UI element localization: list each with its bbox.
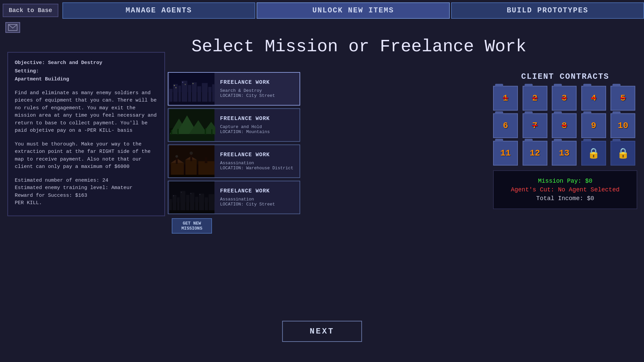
contract-folder-4[interactable]: 4 [581,86,606,111]
mission-info-2: FREELANCE WORK Capture and Hold LOCATION… [215,109,274,141]
training-level: Estimated enemy training level: Amateur [15,184,158,192]
folder-tab-5 [612,84,621,86]
contracts-title: CLIENT CONTRACTS [493,72,637,81]
svg-rect-56 [173,195,174,196]
envelope-svg [8,24,17,31]
svg-rect-6 [181,81,187,105]
mail-icon-container [5,22,20,33]
mission-type-1: FREELANCE WORK [220,79,275,85]
folder-tab-9 [583,111,591,114]
warehouse-thumb-svg [168,145,215,177]
lock-icon: 🔒 [587,147,600,160]
contract-folder-12[interactable]: 12 [523,141,547,166]
mission-thumb-1 [168,73,215,105]
folder-number-7: 7 [532,121,538,131]
contract-folder-2[interactable]: 2 [523,86,547,111]
contracts-grid: 12345678910111213🔒🔒 [493,86,637,166]
next-button[interactable]: NEXT [282,321,362,342]
svg-rect-13 [169,102,214,105]
payment-mission: Mission Pay: $0 [500,178,630,184]
mountains-thumb-svg [168,109,215,141]
contract-folder-3[interactable]: 3 [552,86,577,111]
mission-item-2[interactable]: FREELANCE WORK Capture and Hold LOCATION… [168,108,300,142]
mission-location-1: LOCATION: City Street [220,93,275,98]
svg-rect-16 [182,82,183,83]
svg-rect-39 [205,157,207,163]
folder-tab-3 [554,84,562,86]
svg-rect-57 [181,192,181,193]
svg-rect-8 [192,82,197,105]
contract-folder-1[interactable]: 1 [493,86,518,111]
objective-panel: Objective: Search and Destroy Setting: A… [7,52,165,216]
svg-rect-26 [171,130,172,134]
back-to-base-button[interactable]: Back to Base [3,4,58,17]
mission-location-3: LOCATION: Warehouse District [220,166,293,171]
mission-info-4: FREELANCE WORK Assassination LOCATION: C… [215,181,280,214]
svg-rect-48 [180,191,185,214]
svg-rect-59 [200,194,200,195]
svg-rect-10 [202,83,208,105]
folder-tab-7 [525,111,533,114]
mission-item-1[interactable]: FREELANCE WORK Search & Destroy LOCATION… [168,72,300,106]
contracts-panel: CLIENT CONTRACTS 12345678910111213🔒🔒 Mis… [493,72,637,209]
contract-folder-11[interactable]: 11 [493,141,518,166]
folder-tab-2 [525,84,533,86]
folder-tab-11 [495,139,503,141]
folder-number-6: 6 [503,121,508,131]
contract-folder-8[interactable]: 8 [552,113,577,138]
folder-tab-14 [583,139,591,141]
manage-agents-button[interactable]: MANAGE AGENTS [62,2,255,19]
mission-location-2: LOCATION: Mountains [220,129,270,134]
get-new-missions-button[interactable]: GET NEWMISSIONS [172,218,212,234]
payment-agent: Agent's Cut: No Agent Selected [500,186,630,193]
folder-tab-13 [554,139,562,141]
folder-number-12: 12 [530,148,540,158]
mission-item-3[interactable]: FREELANCE WORK Assassination LOCATION: W… [168,144,300,178]
svg-point-40 [175,155,178,158]
mission-type-3: FREELANCE WORK [220,152,293,158]
contract-folder-7[interactable]: 7 [523,113,547,138]
mission-item-4[interactable]: FREELANCE WORK Assassination LOCATION: C… [168,181,300,214]
contract-folder-9[interactable]: 9 [581,113,606,138]
mission-thumb-4 [168,181,215,214]
folder-number-10: 10 [618,121,628,131]
objective-body2: You must be thorough. Make your way to t… [15,141,158,171]
contract-folder-5[interactable]: 5 [610,86,635,111]
contract-folder-10[interactable]: 10 [610,113,635,138]
unlock-new-items-button[interactable]: UNLOCK NEW ITEMS [257,2,449,19]
contract-folder-6[interactable]: 6 [493,113,518,138]
contract-folder-15[interactable]: 🔒 [610,141,635,166]
mission-subtype-3: Assassination [220,161,293,166]
svg-rect-15 [175,87,176,88]
mission-type-4: FREELANCE WORK [220,188,275,194]
setting-label: Setting: [15,68,158,75]
reward: Reward for Success: $163 [15,192,158,200]
objective-stats: Estimated number of enemies: 24 Estimate… [15,177,158,207]
mission-list: FREELANCE WORK Search & Destroy LOCATION… [168,72,300,234]
folder-tab-10 [612,111,621,114]
city2-thumb-svg [168,181,215,214]
folder-number-5: 5 [621,93,626,103]
setting-value: Apartment Building [15,76,158,83]
svg-rect-29 [211,129,213,134]
folder-number-2: 2 [532,93,538,103]
mission-info-3: FREELANCE WORK Assassination LOCATION: W… [215,145,298,177]
svg-rect-27 [177,129,179,135]
mission-info-1: FREELANCE WORK Search & Destroy LOCATION… [215,73,280,105]
per-kill: PER KILL. [15,199,158,207]
mail-icon[interactable] [5,22,20,33]
page-title: Select Mission or Freelance Work [174,37,543,57]
svg-rect-37 [176,157,178,164]
svg-rect-42 [169,175,214,177]
folder-tab-6 [495,111,503,114]
contract-folder-14[interactable]: 🔒 [581,141,606,166]
svg-rect-14 [174,85,175,86]
svg-rect-28 [205,128,206,135]
mission-thumb-3 [168,145,215,177]
lock-icon: 🔒 [617,147,629,160]
contract-folder-13[interactable]: 13 [552,141,577,166]
build-prototypes-button[interactable]: BUILD PROTOTYPES [451,2,644,19]
svg-rect-33 [185,160,197,177]
objective-title: Objective: Search and Destroy [15,59,158,67]
mission-type-2: FREELANCE WORK [220,116,270,122]
